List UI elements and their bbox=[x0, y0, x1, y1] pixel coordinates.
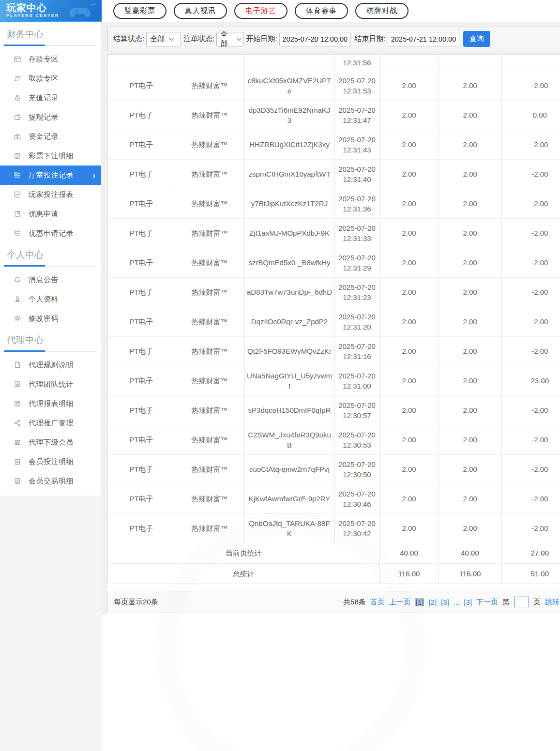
winloss-cell: -2.00 bbox=[501, 484, 560, 513]
sidebar-section-title: 个人中心 bbox=[7, 249, 94, 261]
page-summary-winloss: 27.00 bbox=[501, 543, 560, 563]
game-cell: 热辣财富™ bbox=[175, 277, 244, 307]
game-tab[interactable]: 雙赢彩票 bbox=[113, 3, 166, 19]
sidebar-item-promo-record-list[interactable]: 优惠申请记录 bbox=[0, 224, 101, 243]
page-number-link[interactable]: [1] bbox=[415, 598, 424, 606]
table-row: PT电子热辣财富™ZjI1axMJ-MOpPXdbJ-9K2025-07-20 … bbox=[108, 218, 560, 248]
withdraw-wallet-icon bbox=[14, 113, 22, 121]
sidebar-item-funds-purse[interactable]: 资金记录 bbox=[0, 127, 101, 146]
bet-amount-cell: 2.00 bbox=[379, 454, 439, 484]
sidebar-item-withdraw-hand[interactable]: 取款专区 bbox=[0, 69, 101, 88]
game-tab[interactable]: 体育赛事 bbox=[295, 3, 348, 19]
player-report-chart-icon bbox=[14, 191, 22, 198]
winloss-cell: -2.00 bbox=[501, 454, 560, 484]
sidebar-item-hall-bet-list[interactable]: 厅室投注记录› bbox=[0, 165, 101, 185]
page-number-link[interactable]: [2] bbox=[428, 598, 437, 606]
platform-cell: PT电子 bbox=[108, 248, 175, 277]
sidebar-item-label: 厅室投注记录 bbox=[29, 171, 74, 180]
game-cell: 热辣财富™ bbox=[175, 366, 244, 395]
table-row: PT电子热辣财富™y7BtJipKutXczKz1T2RJ2025-07-20 … bbox=[108, 189, 560, 218]
game-tab[interactable]: 棋牌对战 bbox=[355, 3, 409, 19]
game-cell: 热辣财富™ bbox=[175, 513, 244, 543]
sidebar-item-recharge-bag[interactable]: 充值记录 bbox=[0, 88, 101, 107]
valid-amount-cell: 2.00 bbox=[439, 248, 501, 277]
platform-cell: PT电子 bbox=[108, 218, 175, 248]
total-summary-label: 总统计 bbox=[108, 563, 379, 584]
member-bet-clipboard-icon bbox=[14, 458, 22, 466]
game-tab[interactable]: 电子游艺 bbox=[234, 3, 288, 19]
sidebar-item-withdraw-wallet[interactable]: 提现记录 bbox=[0, 107, 101, 127]
bet-amount-cell: 2.00 bbox=[379, 425, 439, 454]
jump-button[interactable]: 跳转 bbox=[545, 598, 560, 607]
sidebar-item-label: 修改密码 bbox=[29, 314, 59, 323]
sidebar-item-label: 优惠申请 bbox=[29, 210, 59, 219]
game-cell: 热辣财富™ bbox=[175, 484, 244, 513]
sidebar-item-agent-team-board[interactable]: 代理团队统计 bbox=[0, 375, 101, 394]
table-row: PT电子热辣财富™HHZRBUgXICif12ZjK3xy2025-07-20 … bbox=[108, 130, 560, 159]
search-button[interactable]: 查询 bbox=[463, 31, 490, 47]
bet-time-cell: 2025-07-20 12:31:29 bbox=[334, 248, 379, 277]
start-date-input[interactable] bbox=[279, 32, 351, 46]
next-page-link[interactable]: 下一页 bbox=[476, 598, 498, 607]
game-cell: 热辣财富™ bbox=[175, 159, 244, 189]
sidebar-item-promo-gift[interactable]: 优惠申请 bbox=[0, 204, 101, 224]
game-category-tabs: 雙赢彩票真人视讯电子游艺体育赛事棋牌对战 bbox=[102, 0, 560, 22]
platform-cell: PT电子 bbox=[108, 159, 175, 189]
sidebar-item-member-trade-clipboard[interactable]: 会员交易明细 bbox=[0, 471, 101, 491]
valid-amount-cell: 2.00 bbox=[439, 307, 501, 336]
sidebar-item-agent-members-people[interactable]: 代理下级会员 bbox=[0, 433, 101, 452]
sidebar-item-player-report-chart[interactable]: 玩家投注报表 bbox=[0, 185, 101, 204]
winloss-cell: 0.00 bbox=[501, 100, 560, 130]
sidebar-item-label: 玩家投注报表 bbox=[29, 190, 74, 199]
page-number-link[interactable]: [3] bbox=[441, 598, 449, 606]
filter-panel: 结算状态: 全部 注单状态: 全部 开始日期: 结束日期: 查询 bbox=[107, 27, 560, 51]
game-cell: 热辣财富™ bbox=[175, 71, 244, 100]
page-ellipsis: ... bbox=[454, 598, 460, 606]
sidebar-item-member-bet-clipboard[interactable]: 会员投注明细 bbox=[0, 452, 101, 471]
bet-amount-cell: 2.00 bbox=[379, 484, 439, 513]
sidebar-item-deposit-card[interactable]: 存款专区 bbox=[0, 49, 101, 69]
end-date-input[interactable] bbox=[388, 32, 459, 46]
order-id-cell: C2SWM_Jxu4feR3Q9ukuB bbox=[244, 425, 334, 454]
sidebar-item-agent-rules-doc[interactable]: 代理规则说明 bbox=[0, 355, 101, 375]
winloss-cell: -2.00 bbox=[501, 277, 560, 307]
table-row: PT电子热辣财富™sP3dqcoH150DmIF0qIpR2025-07-20 … bbox=[108, 395, 560, 425]
bet-time-cell: 2025-07-20 12:31:16 bbox=[334, 336, 379, 366]
valid-amount-cell: 2.00 bbox=[439, 425, 501, 454]
message-bell-icon bbox=[14, 276, 22, 284]
sidebar-item-profile-person[interactable]: 个人资料 bbox=[0, 289, 101, 309]
order-status-select[interactable]: 全部 bbox=[216, 32, 243, 46]
order-id-cell: ZjI1axMJ-MOpPXdbJ-9K bbox=[244, 218, 334, 248]
sidebar-item-agent-report-board[interactable]: 代理报表明细 bbox=[0, 394, 101, 413]
bet-time-cell: 2025-07-20 12:31:23 bbox=[334, 277, 379, 307]
sidebar-section-title: 代理中心 bbox=[7, 334, 94, 346]
sidebar-item-lottery-doc[interactable]: 彩票下注明细 bbox=[0, 146, 101, 165]
game-cell: 热辣财富™ bbox=[175, 130, 244, 159]
prev-page-link[interactable]: 上一页 bbox=[389, 598, 411, 607]
first-page-link[interactable]: 首页 bbox=[370, 598, 385, 607]
bet-time-cell: 2025-07-20 12:30:42 bbox=[334, 513, 379, 543]
settle-status-select[interactable]: 全部 bbox=[146, 32, 181, 46]
winloss-cell: 23.00 bbox=[501, 366, 560, 395]
order-id-cell: dp3D35zTi6mE92NmaKJ3 bbox=[244, 100, 334, 130]
lottery-doc-icon bbox=[14, 152, 22, 160]
page-number-links: [1][2][3]...[3] bbox=[415, 598, 472, 606]
bet-amount-cell: 2.00 bbox=[379, 248, 439, 277]
sidebar-item-message-bell[interactable]: 消息公告 bbox=[0, 270, 101, 289]
order-id-cell: DqzIlOc0Rqr-vz_ZpdP2 bbox=[244, 307, 334, 336]
content-gutter bbox=[102, 22, 107, 615]
bet-amount-cell: 2.00 bbox=[379, 189, 439, 218]
sidebar-item-agent-promo-share[interactable]: 代理推广管理 bbox=[0, 413, 101, 433]
jump-page-input[interactable] bbox=[514, 597, 529, 607]
sidebar-item-password-gear[interactable]: 修改密码 bbox=[0, 309, 101, 328]
valid-amount-cell: 2.00 bbox=[439, 366, 501, 395]
bet-time-cell: 2025-07-20 12:30:46 bbox=[334, 484, 379, 513]
bet-amount-cell: 2.00 bbox=[379, 71, 439, 100]
agent-members-people-icon bbox=[14, 438, 22, 446]
page-number-link[interactable]: [3] bbox=[464, 598, 472, 606]
bet-amount-cell: 2.00 bbox=[379, 336, 439, 366]
table-row: PT电子热辣财富™C2SWM_Jxu4feR3Q9ukuB2025-07-20 … bbox=[108, 425, 560, 454]
game-tab[interactable]: 真人视讯 bbox=[174, 3, 227, 19]
jump-prefix-label: 第 bbox=[502, 598, 510, 607]
sidebar-nav: 财务中心存款专区取款专区充值记录提现记录资金记录彩票下注明细厅室投注记录›玩家投… bbox=[0, 22, 102, 496]
